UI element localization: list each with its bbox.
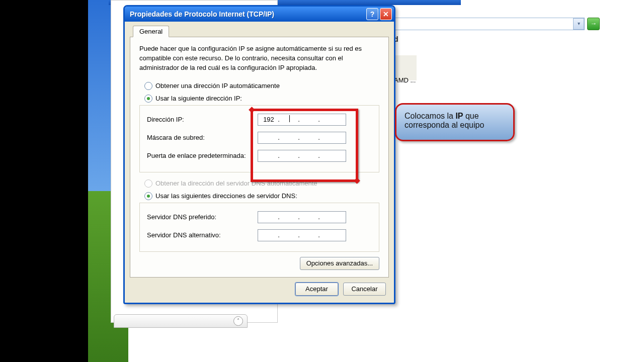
advanced-options-button[interactable]: Opciones avanzadas... xyxy=(300,257,379,270)
dns-group: Servidor DNS preferido: . . . Servidor D… xyxy=(139,203,379,252)
go-button[interactable]: → xyxy=(587,18,600,30)
radio-obtain-ip-auto[interactable] xyxy=(144,82,152,90)
ok-button[interactable]: Aceptar xyxy=(295,283,338,296)
ip-address-group: Dirección IP: 192. . . Máscara de subred… xyxy=(139,105,379,172)
dns-alt-label: Servidor DNS alternativo: xyxy=(147,231,258,239)
subnet-mask-input[interactable]: . . . xyxy=(258,132,346,144)
close-button[interactable]: ✕ xyxy=(380,8,392,20)
address-select-chevron-icon[interactable]: ▾ xyxy=(573,18,584,30)
radio-use-ip[interactable] xyxy=(144,95,152,103)
gateway-label: Puerta de enlace predeterminada: xyxy=(147,152,258,159)
ip-address-input[interactable]: 192. . . xyxy=(258,114,346,126)
radio-obtain-ip-auto-label: Obtener una dirección IP automáticamente xyxy=(155,82,280,89)
tab-general[interactable]: General xyxy=(133,26,169,37)
help-button[interactable]: ? xyxy=(366,8,378,20)
dns-alt-input[interactable]: . . . xyxy=(258,229,346,241)
radio-obtain-dns-auto-label: Obtener la dirección del servidor DNS au… xyxy=(155,179,317,187)
radio-obtain-dns-auto xyxy=(144,179,152,188)
collapsed-panel[interactable]: ˄ xyxy=(114,314,248,328)
radio-use-dns[interactable] xyxy=(144,192,152,200)
expand-chevron-icon[interactable]: ˄ xyxy=(233,316,243,326)
gateway-input[interactable]: . . . xyxy=(258,150,346,162)
description-text: Puede hacer que la configuración IP se a… xyxy=(139,44,379,73)
subnet-mask-label: Máscara de subred: xyxy=(147,134,258,141)
callout-text-bold: IP xyxy=(455,112,463,120)
cancel-button[interactable]: Cancelar xyxy=(343,283,386,296)
dialog-titlebar[interactable]: Propiedades de Protocolo Internet (TCP/I… xyxy=(125,7,394,22)
dialog-title: Propiedades de Protocolo Internet (TCP/I… xyxy=(130,10,274,18)
callout-text-1: Colocamos la xyxy=(405,112,455,120)
dns-preferred-input[interactable]: . . . xyxy=(258,211,346,223)
tutorial-callout: Colocamos la IP que corresponda al equip… xyxy=(395,103,515,141)
radio-use-ip-label: Usar la siguiente dirección IP: xyxy=(155,95,242,102)
ip-octet-1[interactable]: 192 xyxy=(260,116,277,123)
ip-address-label: Dirección IP: xyxy=(147,116,258,123)
tab-strip: General xyxy=(130,25,389,37)
radio-use-dns-label: Usar las siguientes direcciones de servi… xyxy=(155,192,297,200)
background-device-label: AMD ... xyxy=(394,76,416,84)
ip-octet-2[interactable] xyxy=(280,115,297,124)
tcpip-properties-dialog: Propiedades de Protocolo Internet (TCP/I… xyxy=(123,5,395,304)
dns-preferred-label: Servidor DNS preferido: xyxy=(147,213,258,221)
